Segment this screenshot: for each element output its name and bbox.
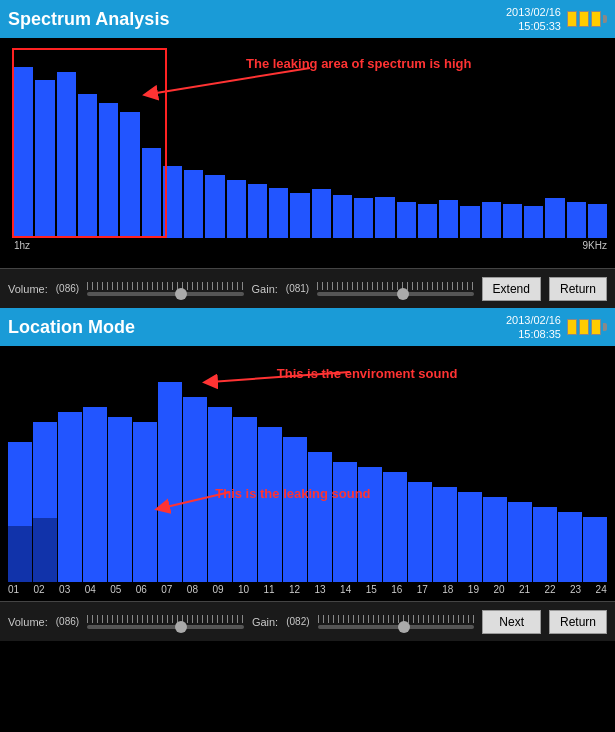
bottom-gain-slider-track[interactable] <box>318 625 475 629</box>
next-button[interactable]: Next <box>482 610 541 634</box>
top-volume-slider-thumb[interactable] <box>175 288 187 300</box>
top-bar-17 <box>375 197 394 238</box>
top-bar-21 <box>460 206 479 238</box>
bottom-controls-row: Volume: (086) Gain: (082) Next Return <box>0 601 615 641</box>
bottom-return-button[interactable]: Return <box>549 610 607 634</box>
top-volume-slider-track[interactable] <box>87 292 243 296</box>
bottom-volume-label: Volume: <box>8 616 48 628</box>
bottom-volume-slider-track[interactable] <box>87 625 244 629</box>
top-bar-2 <box>57 72 76 238</box>
bottom-bar-18 <box>458 492 482 582</box>
bottom-bar-1 <box>33 422 57 582</box>
bottom-chart-area: This is the enviroment sound This is the… <box>0 346 615 601</box>
bottom-gain-slider[interactable] <box>318 615 475 629</box>
bottom-axis-label: 07 <box>161 584 172 595</box>
top-bar-18 <box>397 202 416 238</box>
top-bar-20 <box>439 200 458 238</box>
bottom-axis-label: 08 <box>187 584 198 595</box>
top-bar-11 <box>248 184 267 238</box>
bottom-battery-cell-1 <box>567 319 577 335</box>
bottom-axis-label: 24 <box>596 584 607 595</box>
bottom-bar-20 <box>508 502 532 582</box>
top-axis-labels: 1hz 9KHz <box>14 238 607 253</box>
top-bar-8 <box>184 170 203 238</box>
bottom-axis-label: 14 <box>340 584 351 595</box>
bottom-axis-label: 22 <box>544 584 555 595</box>
top-volume-slider[interactable] <box>87 282 243 296</box>
top-bar-19 <box>418 204 437 238</box>
bottom-axis-label: 02 <box>34 584 45 595</box>
top-panel-title: Spectrum Analysis <box>8 9 169 30</box>
top-bar-1 <box>35 80 54 238</box>
bottom-axis-label: 15 <box>366 584 377 595</box>
top-gain-slider-track[interactable] <box>317 292 473 296</box>
bottom-bar-15 <box>383 472 407 582</box>
bottom-axis-label: 09 <box>212 584 223 595</box>
bottom-bar-21 <box>533 507 557 582</box>
bottom-axis-label: 11 <box>263 584 274 595</box>
battery-tip <box>603 15 607 23</box>
bottom-arrow-env <box>190 360 390 400</box>
top-bar-5 <box>120 112 139 238</box>
top-axis-right: 9KHz <box>583 240 607 251</box>
bottom-axis-label: 23 <box>570 584 581 595</box>
top-chart-area: The leaking area of spectrum is high 1hz… <box>0 38 615 268</box>
top-bar-15 <box>333 195 352 238</box>
bottom-bar-3 <box>83 407 107 582</box>
top-axis-left: 1hz <box>14 240 30 251</box>
top-bar-7 <box>163 166 182 238</box>
bottom-axis-label: 06 <box>136 584 147 595</box>
bottom-panel: Location Mode 2013/02/16 15:08:35 This i… <box>0 308 615 641</box>
bottom-bar-23 <box>583 517 607 582</box>
top-bar-10 <box>227 180 246 238</box>
bottom-volume-slider-dots <box>87 615 244 623</box>
top-bar-6 <box>142 148 161 238</box>
top-bar-25 <box>545 198 564 238</box>
bottom-bar-11 <box>283 437 307 582</box>
bottom-axis-label: 04 <box>85 584 96 595</box>
bottom-axis-label: 10 <box>238 584 249 595</box>
top-bar-27 <box>588 204 607 238</box>
top-gain-slider-dots <box>317 282 473 290</box>
top-volume-label: Volume: <box>8 283 48 295</box>
top-header-right: 2013/02/16 15:05:33 <box>506 5 607 34</box>
bottom-panel-header: Location Mode 2013/02/16 15:08:35 <box>0 308 615 346</box>
battery-cell-2 <box>579 11 589 27</box>
top-gain-label: Gain: <box>252 283 278 295</box>
top-bars <box>14 48 607 238</box>
bottom-axis-label: 13 <box>315 584 326 595</box>
top-bar-9 <box>205 175 224 238</box>
top-bar-22 <box>482 202 501 238</box>
bottom-gain-slider-thumb[interactable] <box>398 621 410 633</box>
bottom-battery-cell-2 <box>579 319 589 335</box>
bottom-volume-slider-thumb[interactable] <box>175 621 187 633</box>
bottom-gain-slider-dots <box>318 615 475 623</box>
top-bar-12 <box>269 188 288 238</box>
top-bar-16 <box>354 198 373 238</box>
bottom-battery-cell-3 <box>591 319 601 335</box>
bottom-battery-tip <box>603 323 607 331</box>
bottom-axis-labels: 0102030405060708091011121314151617181920… <box>8 582 607 597</box>
top-gain-slider[interactable] <box>317 282 473 296</box>
bottom-bar-4 <box>108 417 132 582</box>
top-datetime: 2013/02/16 15:05:33 <box>506 5 561 34</box>
top-return-button[interactable]: Return <box>549 277 607 301</box>
bottom-datetime: 2013/02/16 15:08:35 <box>506 313 561 342</box>
bottom-header-right: 2013/02/16 15:08:35 <box>506 313 607 342</box>
top-bar-4 <box>99 103 118 238</box>
svg-line-3 <box>210 372 350 382</box>
top-battery-icon <box>567 11 607 27</box>
bottom-bar-13 <box>333 462 357 582</box>
bottom-bar-10 <box>258 427 282 582</box>
extend-button[interactable]: Extend <box>482 277 541 301</box>
bottom-axis-label: 20 <box>493 584 504 595</box>
battery-cell-1 <box>567 11 577 27</box>
bottom-volume-slider[interactable] <box>87 615 244 629</box>
bottom-arrow-leak <box>150 480 250 520</box>
bottom-bar-22 <box>558 512 582 582</box>
top-gain-slider-thumb[interactable] <box>397 288 409 300</box>
top-bar-13 <box>290 193 309 238</box>
bottom-bar-16 <box>408 482 432 582</box>
bottom-gain-value: (082) <box>286 616 309 627</box>
top-bar-23 <box>503 204 522 238</box>
